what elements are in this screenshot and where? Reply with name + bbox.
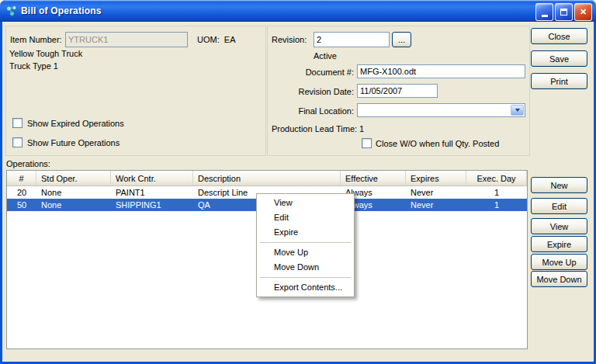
item-description-line2: Truck Type 1 <box>9 61 58 71</box>
close-wo-label: Close W/O when full Qty. Posted <box>376 139 499 148</box>
menu-separator <box>260 277 351 278</box>
menu-item-view[interactable]: View <box>258 196 352 210</box>
uom-label: UOM: EA <box>197 35 236 44</box>
show-future-label: Show Future Operations <box>27 138 120 147</box>
lead-time-label: Production Lead Time: <box>272 124 357 133</box>
uom-value: EA <box>224 35 236 44</box>
cell-expires: Never <box>406 188 466 197</box>
close-window-button[interactable]: ✕ <box>574 3 592 21</box>
revision-field[interactable] <box>314 32 390 47</box>
cell-num: 20 <box>7 188 36 197</box>
document-label: Document #: <box>272 68 354 77</box>
final-location-label: Final Location: <box>272 106 354 116</box>
context-menu: View Edit Expire Move Up Move Down Expor… <box>256 193 355 297</box>
cell-num: 50 <box>7 200 36 210</box>
window-title: Bill of Operations <box>21 5 102 16</box>
show-expired-label: Show Expired Operations <box>27 119 124 128</box>
column-header-num[interactable]: # <box>7 171 36 185</box>
cell-std-oper: None <box>36 200 111 210</box>
menu-item-expire[interactable]: Expire <box>258 225 352 240</box>
minimize-icon <box>542 15 548 17</box>
show-expired-checkbox[interactable] <box>12 118 23 128</box>
item-number-field[interactable] <box>65 32 188 47</box>
expire-button[interactable]: Expire <box>531 236 587 252</box>
column-header-expires[interactable]: Expires <box>406 171 466 185</box>
maximize-icon <box>560 9 567 16</box>
move-down-button[interactable]: Move Down <box>531 271 587 287</box>
item-number-label: Item Number: <box>10 35 62 44</box>
column-header-exec-day[interactable]: Exec. Day <box>466 171 527 185</box>
menu-item-edit[interactable]: Edit <box>258 210 352 225</box>
item-description-line1: Yellow Tough Truck <box>9 49 82 58</box>
print-button[interactable]: Print <box>531 73 587 89</box>
revision-date-field[interactable] <box>357 84 438 98</box>
maximize-button[interactable] <box>555 3 573 21</box>
move-up-button[interactable]: Move Up <box>531 254 587 270</box>
cell-exec-day: 1 <box>466 188 527 197</box>
operations-section-label: Operations: <box>6 159 50 168</box>
chevron-down-icon <box>515 109 520 112</box>
final-location-combo[interactable] <box>357 103 525 117</box>
menu-item-move-up[interactable]: Move Up <box>258 245 352 260</box>
lead-time-value: 1 <box>359 124 364 133</box>
titlebar[interactable]: Bill of Operations ✕ <box>0 0 596 22</box>
cell-expires: Never <box>406 200 466 210</box>
cell-work-cntr: SHIPPING1 <box>111 200 193 210</box>
final-location-value <box>359 105 509 116</box>
column-header-std-oper[interactable]: Std Oper. <box>36 171 111 185</box>
edit-button[interactable]: Edit <box>531 198 587 214</box>
close-button[interactable]: Close <box>531 28 587 44</box>
menu-item-move-down[interactable]: Move Down <box>258 260 352 275</box>
close-icon: ✕ <box>580 8 587 16</box>
revision-label: Revision: <box>272 35 307 44</box>
window-controls: ✕ <box>535 3 592 21</box>
window: Bill of Operations ✕ Item Number: UOM: E… <box>0 0 596 364</box>
close-wo-checkbox[interactable] <box>362 138 372 148</box>
revision-browse-button[interactable]: ... <box>392 32 411 47</box>
menu-separator <box>260 242 351 243</box>
revision-date-label: Revision Date: <box>272 87 354 96</box>
cell-exec-day: 1 <box>466 200 527 210</box>
revision-status-text: Active <box>314 51 337 61</box>
operations-table-header: # Std Oper. Work Cntr. Description Effec… <box>7 171 527 186</box>
cell-std-oper: None <box>36 188 111 197</box>
dialog-body: Item Number: UOM: EA Yellow Tough Truck … <box>2 22 594 362</box>
app-icon <box>5 5 18 17</box>
show-future-checkbox[interactable] <box>12 137 23 147</box>
menu-item-export-contents[interactable]: Export Contents... <box>258 280 352 295</box>
save-button[interactable]: Save <box>531 50 587 67</box>
column-header-work-cntr[interactable]: Work Cntr. <box>111 171 193 185</box>
final-location-dropdown-button[interactable] <box>511 105 524 116</box>
uom-label-text: UOM: <box>197 35 220 44</box>
cell-work-cntr: PAINT1 <box>111 188 193 197</box>
new-button[interactable]: New <box>531 177 587 193</box>
minimize-button[interactable] <box>535 3 553 21</box>
column-header-effective[interactable]: Effective <box>341 171 406 185</box>
column-header-description[interactable]: Description <box>193 171 341 185</box>
document-field[interactable] <box>357 64 525 78</box>
view-button[interactable]: View <box>531 218 587 234</box>
